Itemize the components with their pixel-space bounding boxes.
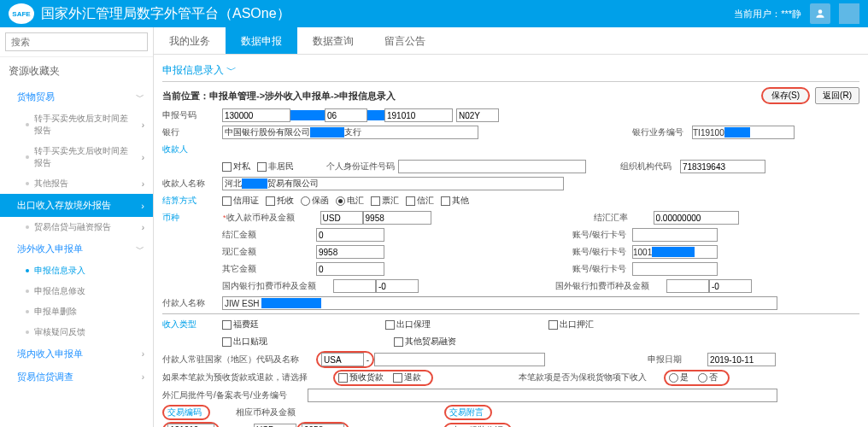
header-search-icon[interactable] bbox=[839, 3, 859, 24]
tab-messages[interactable]: 留言公告 bbox=[369, 27, 441, 54]
back-button[interactable]: 返回(R) bbox=[815, 87, 859, 104]
acct3-field[interactable] bbox=[632, 262, 718, 276]
sidebar: 资源收藏夹 货物贸易﹀ 转手买卖先收后支时间差报告› 转手买卖先支后收时间差报告… bbox=[0, 27, 154, 427]
user-icon[interactable] bbox=[810, 3, 830, 24]
prepay-circled: 预收货款 退款 bbox=[333, 370, 433, 386]
tx-code-label-circled: 交易编码 bbox=[162, 405, 210, 420]
label-currency: 币种 bbox=[162, 212, 222, 224]
other-amt-field[interactable] bbox=[316, 262, 384, 276]
inc-opt-3[interactable]: 出口贴现 bbox=[222, 336, 267, 348]
id-field[interactable] bbox=[398, 160, 586, 173]
rate-field[interactable] bbox=[654, 211, 739, 225]
rel-cur-field[interactable] bbox=[254, 424, 296, 428]
report-no-2[interactable] bbox=[325, 108, 367, 122]
opt-guarantee[interactable]: 保函 bbox=[301, 195, 329, 207]
app-title: 国家外汇管理局数字外管平台（ASOne） bbox=[41, 5, 734, 23]
redacted bbox=[367, 110, 384, 120]
checkbox-nonresident[interactable]: 非居民 bbox=[257, 161, 294, 173]
menu-foreign-income[interactable]: 涉外收入申报单﹀ bbox=[0, 237, 153, 260]
label-prepay-q: 如果本笔款为预收货款或退款，请选择 bbox=[162, 371, 333, 383]
current-user-label: 当前用户：***静 bbox=[734, 8, 801, 20]
opt-dd[interactable]: 票汇 bbox=[371, 195, 399, 207]
label-income-type: 收入类型 bbox=[162, 319, 222, 330]
report-date-field[interactable] bbox=[707, 353, 776, 366]
tab-data-query[interactable]: 数据查询 bbox=[297, 27, 369, 54]
for-fee-cur[interactable] bbox=[666, 279, 709, 293]
label-permit-no: 外汇局批件号/备案表号/业务编号 bbox=[162, 389, 308, 401]
sub-declare-modify[interactable]: 申报信息修改 bbox=[0, 281, 153, 301]
sub-declare-entry[interactable]: 申报信息录入 bbox=[0, 260, 153, 281]
permit-no-field[interactable] bbox=[308, 389, 777, 402]
payee-name-field[interactable]: 河北贸易有限公司 bbox=[222, 177, 564, 190]
opt-mt[interactable]: 信汇 bbox=[406, 195, 434, 207]
menu-domestic-income[interactable]: 境内收入申报单› bbox=[0, 342, 153, 366]
acct2-field[interactable]: 1001 bbox=[632, 245, 718, 259]
search-input[interactable] bbox=[5, 32, 148, 51]
menu-goods-trade[interactable]: 货物贸易﹀ bbox=[0, 85, 153, 108]
inc-opt-1[interactable]: 出口保理 bbox=[385, 319, 431, 330]
tx-code-field[interactable] bbox=[167, 424, 214, 428]
label-report-no: 申报号码 bbox=[162, 109, 222, 121]
opt-other[interactable]: 其他 bbox=[441, 195, 469, 207]
save-button[interactable]: 保存(S) bbox=[761, 87, 810, 104]
chk-prepay[interactable]: 预收货款 bbox=[338, 371, 384, 383]
chevron-down-icon: ﹀ bbox=[136, 91, 144, 103]
label-bank-biz-no: 银行业务编号 bbox=[632, 126, 692, 138]
radio-yes[interactable]: 是 bbox=[669, 371, 689, 383]
report-no-1[interactable] bbox=[222, 108, 290, 122]
dom-fee-amt[interactable] bbox=[376, 279, 419, 293]
opt-collection[interactable]: 托收 bbox=[266, 195, 294, 207]
inc-opt-0[interactable]: 福费廷 bbox=[222, 319, 259, 330]
tab-data-declare[interactable]: 数据申报 bbox=[226, 27, 297, 54]
label-other-amt: 其它金额 bbox=[222, 263, 316, 275]
chevron-down-icon: ﹀ bbox=[136, 243, 144, 255]
country-circled: - bbox=[316, 351, 374, 368]
bank-biz-no-field[interactable]: TI19100 bbox=[692, 126, 795, 139]
sub-item-4[interactable]: 贸易信贷与融资报告› bbox=[0, 217, 153, 237]
main-tabs: 我的业务 数据申报 数据查询 留言公告 bbox=[154, 27, 868, 55]
acct1-field[interactable] bbox=[632, 228, 718, 242]
income-cur[interactable] bbox=[320, 211, 363, 225]
sub-item-3-active[interactable]: 出口收入存放境外报告› bbox=[0, 194, 153, 217]
label-bonded: 本笔款项是否为保税货物项下收入 bbox=[519, 371, 664, 383]
opt-lc[interactable]: 信用证 bbox=[222, 195, 259, 207]
label-payer-name: 付款人名称 bbox=[162, 297, 222, 309]
sub-audit-feedback[interactable]: 审核疑问反馈 bbox=[0, 322, 153, 342]
favorites-title: 资源收藏夹 bbox=[0, 57, 153, 85]
chk-refund[interactable]: 退款 bbox=[393, 371, 421, 383]
safe-logo: SAFE bbox=[9, 3, 34, 24]
label-foreign-fee: 国外银行扣费币种及金额 bbox=[555, 280, 666, 292]
inc-opt-4[interactable]: 其他贸易融资 bbox=[394, 336, 456, 348]
bank-field[interactable]: 中国银行股份有限公司支行 bbox=[222, 126, 478, 139]
sub-declare-delete[interactable]: 申报单删除 bbox=[0, 301, 153, 322]
label-domestic-fee: 国内银行扣费币种及金额 bbox=[222, 280, 333, 292]
payer-name-field[interactable]: JIW ESH bbox=[222, 296, 777, 310]
sub-item-0[interactable]: 转手买卖先收后支时间差报告› bbox=[0, 108, 153, 141]
svg-point-0 bbox=[818, 9, 823, 14]
bonded-circled: 是 否 bbox=[664, 370, 730, 386]
label-fx-amt: 现汇金额 bbox=[222, 246, 316, 258]
dom-fee-cur[interactable] bbox=[333, 279, 376, 293]
checkbox-private[interactable]: 对私 bbox=[222, 161, 250, 173]
label-org-code: 组织机构代码 bbox=[620, 161, 680, 173]
label-payee: 收款人 bbox=[162, 143, 222, 155]
menu-trade-credit[interactable]: 贸易信贷调查› bbox=[0, 366, 153, 389]
report-no-3[interactable] bbox=[384, 108, 453, 122]
sub-item-2[interactable]: 其他报告› bbox=[0, 173, 153, 194]
report-no-4[interactable] bbox=[456, 108, 499, 122]
for-fee-amt[interactable] bbox=[709, 279, 752, 293]
fx-amt-field[interactable] bbox=[316, 245, 384, 259]
inc-opt-2[interactable]: 出口押汇 bbox=[548, 319, 594, 330]
tx-code-circled bbox=[162, 422, 220, 428]
country-name-field[interactable] bbox=[374, 353, 545, 366]
settle-amt-field[interactable] bbox=[316, 228, 384, 242]
rel-amt-field[interactable] bbox=[302, 424, 344, 428]
sub-item-1[interactable]: 转手买卖先支后收时间差报告› bbox=[0, 141, 153, 173]
income-amt[interactable] bbox=[363, 211, 431, 225]
radio-no[interactable]: 否 bbox=[698, 371, 718, 383]
org-code-field[interactable] bbox=[680, 160, 765, 173]
opt-tt[interactable]: 电汇 bbox=[336, 195, 364, 207]
breadcrumb: 当前位置：申报单管理->涉外收入申报单->申报信息录入 bbox=[162, 90, 396, 102]
tab-my-business[interactable]: 我的业务 bbox=[154, 27, 226, 54]
country-field[interactable] bbox=[321, 353, 364, 366]
